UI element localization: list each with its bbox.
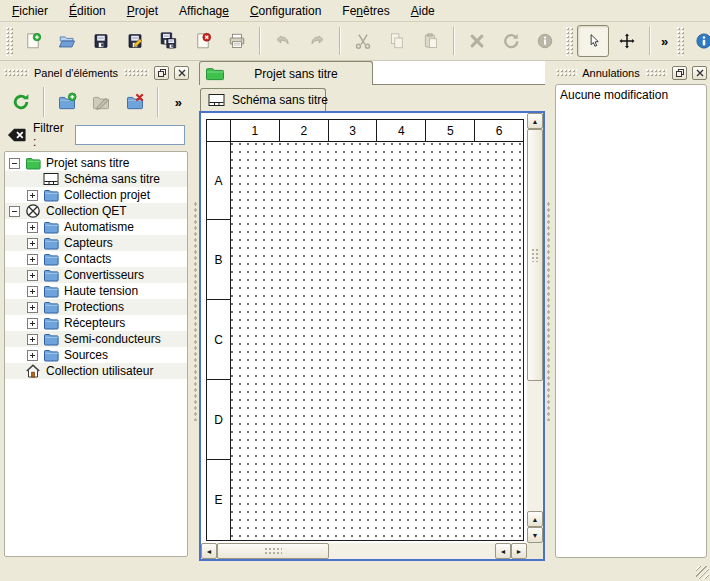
- vertical-scrollbar-thumb[interactable]: [527, 129, 543, 381]
- pan-mode-button[interactable]: [611, 25, 643, 57]
- print-button[interactable]: [221, 25, 253, 57]
- about-icon: [695, 29, 710, 53]
- resize-grip-icon[interactable]: [696, 566, 709, 579]
- menu-fenetres[interactable]: Fenêtres: [333, 1, 398, 21]
- reload-collections-button[interactable]: [4, 85, 38, 119]
- expand-icon[interactable]: [27, 286, 38, 297]
- toolbar-handle[interactable]: [676, 26, 684, 56]
- scroll-right-button[interactable]: ►: [511, 543, 527, 559]
- dock-handle-texture[interactable]: [645, 68, 667, 77]
- tree-item-sources[interactable]: Sources: [5, 347, 187, 363]
- expand-icon[interactable]: [27, 254, 38, 265]
- delete-category-button[interactable]: [118, 85, 152, 119]
- diagram-scene[interactable]: 123456 ABCDE: [201, 113, 527, 543]
- tree-item-label: Automatisme: [64, 220, 134, 234]
- tree-item-label: Collection QET: [46, 204, 127, 218]
- edit-category-button[interactable]: [84, 85, 118, 119]
- scroll-up-button-2[interactable]: ▲: [527, 511, 543, 527]
- tree-item-convertisseurs[interactable]: Convertisseurs: [5, 267, 187, 283]
- float-undo-button[interactable]: [672, 66, 687, 80]
- right-splitter[interactable]: [545, 61, 552, 561]
- save-button[interactable]: [85, 25, 117, 57]
- clear-filter-icon[interactable]: [7, 127, 27, 143]
- tab-schema[interactable]: Schéma sans titre: [200, 88, 326, 111]
- new-category-button[interactable]: [50, 85, 84, 119]
- expand-icon[interactable]: [27, 222, 38, 233]
- paste-button[interactable]: [415, 25, 447, 57]
- close-project-button[interactable]: [187, 25, 219, 57]
- blue-folder-icon: [43, 315, 59, 331]
- undo-button[interactable]: [267, 25, 299, 57]
- dock-handle-texture[interactable]: [3, 68, 29, 77]
- menu-fichier[interactable]: Fichier: [3, 1, 57, 21]
- undo-history-item[interactable]: Aucune modification: [560, 86, 702, 103]
- menu-aide[interactable]: Aide: [402, 1, 444, 21]
- tree-item-collection-projet[interactable]: Collection projet: [5, 187, 187, 203]
- toolbar-handle[interactable]: [565, 26, 573, 56]
- tree-item-label: Sources: [64, 348, 108, 362]
- tree-item-sch-ma-sans-titre[interactable]: Schéma sans titre: [5, 171, 187, 187]
- save-all-button[interactable]: [153, 25, 185, 57]
- row-headers: ABCDE: [207, 142, 231, 540]
- tree-item-collection-utilisateur[interactable]: Collection utilisateur: [5, 363, 187, 379]
- expand-icon[interactable]: [27, 270, 38, 281]
- toolbar-handle[interactable]: [5, 26, 13, 56]
- expand-icon[interactable]: [27, 318, 38, 329]
- tree-item-label: Projet sans titre: [46, 156, 129, 170]
- open-project-button[interactable]: [51, 25, 83, 57]
- scroll-right-icon: ►: [516, 548, 523, 555]
- cut-button[interactable]: [347, 25, 379, 57]
- collapse-icon[interactable]: [9, 206, 20, 217]
- tree-item-semi-conducteurs[interactable]: Semi-conducteurs: [5, 331, 187, 347]
- tab-schema-label: Schéma sans titre: [232, 93, 328, 107]
- rotate-button[interactable]: [495, 25, 527, 57]
- menu-configuration[interactable]: Configuration: [241, 1, 330, 21]
- delete-button[interactable]: [461, 25, 493, 57]
- horizontal-scrollbar-track[interactable]: [329, 543, 495, 559]
- redo-button[interactable]: [301, 25, 333, 57]
- menu-edition[interactable]: Édition: [60, 1, 115, 21]
- float-panel-button[interactable]: [154, 66, 169, 80]
- copy-icon: [388, 29, 406, 53]
- copy-button[interactable]: [381, 25, 413, 57]
- scroll-down-button[interactable]: ▼: [527, 527, 543, 543]
- dock-handle-texture[interactable]: [123, 68, 149, 77]
- tree-item-collection-qet[interactable]: Collection QET: [5, 203, 187, 219]
- save-as-button[interactable]: [119, 25, 151, 57]
- close-undo-button[interactable]: [692, 66, 707, 80]
- scroll-up-button[interactable]: ▲: [527, 113, 543, 129]
- tree-item-projet-sans-titre[interactable]: Projet sans titre: [5, 155, 187, 171]
- horizontal-scrollbar-thumb[interactable]: [217, 543, 329, 559]
- panel-toolbar-overflow-button[interactable]: »: [169, 95, 188, 110]
- tree-item-contacts[interactable]: Contacts: [5, 251, 187, 267]
- about-button[interactable]: [688, 25, 710, 57]
- selection-mode-button[interactable]: [577, 25, 609, 57]
- expand-icon[interactable]: [27, 350, 38, 361]
- menu-affichage[interactable]: Affichage: [170, 1, 238, 21]
- tree-item-haute-tension[interactable]: Haute tension: [5, 283, 187, 299]
- blue-folder-icon: [43, 235, 59, 251]
- tree-item-capteurs[interactable]: Capteurs: [5, 235, 187, 251]
- scroll-left-button[interactable]: ◄: [201, 543, 217, 559]
- close-panel-button[interactable]: [174, 66, 189, 80]
- expand-icon[interactable]: [27, 334, 38, 345]
- expand-icon[interactable]: [27, 238, 38, 249]
- filter-input[interactable]: [75, 125, 185, 145]
- toolbar-overflow-button[interactable]: »: [656, 34, 673, 49]
- redo-icon: [308, 29, 326, 53]
- collapse-icon[interactable]: [9, 158, 20, 169]
- expand-icon[interactable]: [27, 190, 38, 201]
- vertical-scrollbar-track[interactable]: [527, 381, 543, 511]
- filter-label: Filtrer :: [33, 121, 69, 149]
- menu-projet[interactable]: Projet: [118, 1, 167, 21]
- dock-handle-texture[interactable]: [555, 68, 577, 77]
- left-splitter[interactable]: [192, 61, 199, 561]
- scroll-left-button-2[interactable]: ◄: [495, 543, 511, 559]
- element-info-button[interactable]: [529, 25, 561, 57]
- tab-project[interactable]: Projet sans titre: [199, 61, 373, 85]
- expand-icon[interactable]: [27, 302, 38, 313]
- tree-item-r-cepteurs[interactable]: Récepteurs: [5, 315, 187, 331]
- tree-item-automatisme[interactable]: Automatisme: [5, 219, 187, 235]
- new-document-button[interactable]: [17, 25, 49, 57]
- tree-item-protections[interactable]: Protections: [5, 299, 187, 315]
